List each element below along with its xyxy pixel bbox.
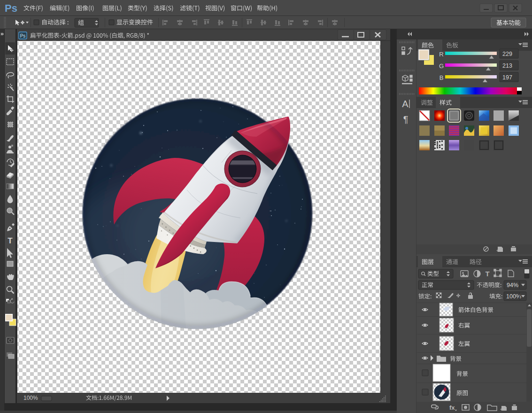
svg-text:100%: 100% bbox=[506, 293, 521, 300]
svg-text:T: T bbox=[8, 236, 13, 245]
svg-text:¶: ¶ bbox=[403, 114, 409, 125]
svg-text:R: R bbox=[439, 51, 443, 58]
svg-text:229: 229 bbox=[502, 51, 512, 57]
svg-text:fx: fx bbox=[449, 404, 455, 411]
svg-text:A: A bbox=[402, 99, 409, 109]
svg-text:G: G bbox=[439, 62, 444, 70]
svg-text:Ps: Ps bbox=[20, 33, 26, 39]
svg-text:213: 213 bbox=[502, 62, 512, 69]
svg-text:94%: 94% bbox=[507, 282, 518, 288]
svg-text:B: B bbox=[439, 74, 444, 81]
svg-text:100%: 100% bbox=[23, 395, 38, 401]
svg-text:T: T bbox=[485, 270, 489, 278]
svg-text:197: 197 bbox=[502, 74, 512, 81]
svg-text:Ps: Ps bbox=[5, 2, 17, 14]
